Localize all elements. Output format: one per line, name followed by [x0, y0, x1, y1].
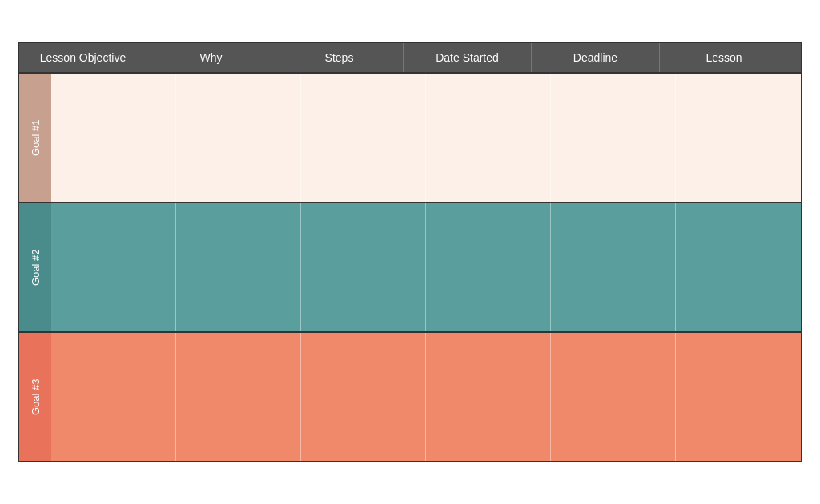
header-deadline: Deadline [532, 43, 660, 72]
goal2-row: Goal #2 [19, 202, 801, 331]
goal3-label: Goal #3 [19, 333, 51, 461]
goal2-label: Goal #2 [19, 203, 51, 331]
goal2-lesson-cell[interactable] [676, 203, 801, 331]
goal3-row: Goal #3 [19, 331, 801, 461]
goal3-steps-cell[interactable] [301, 333, 426, 461]
goal3-deadline-cell[interactable] [551, 333, 676, 461]
goal3-lesson-cell[interactable] [676, 333, 801, 461]
goal3-date-started-cell[interactable] [426, 333, 551, 461]
goal1-row: Goal #1 [19, 72, 801, 202]
goal1-steps-cell[interactable] [301, 74, 426, 202]
goal3-lesson-objective-cell[interactable] [51, 333, 176, 461]
goals-table: Lesson Objective Why Steps Date Started … [18, 42, 802, 462]
goal1-deadline-cell[interactable] [551, 74, 676, 202]
goal2-lesson-objective-cell[interactable] [51, 203, 176, 331]
goal3-cells [51, 333, 801, 461]
header-lesson-objective: Lesson Objective [19, 43, 147, 72]
goal2-deadline-cell[interactable] [551, 203, 676, 331]
goal1-lesson-objective-cell[interactable] [51, 74, 176, 202]
header-date-started: Date Started [404, 43, 532, 72]
goal1-why-cell[interactable] [176, 74, 301, 202]
goal2-why-cell[interactable] [176, 203, 301, 331]
goal3-why-cell[interactable] [176, 333, 301, 461]
goal1-date-started-cell[interactable] [426, 74, 551, 202]
table-header: Lesson Objective Why Steps Date Started … [19, 43, 801, 72]
header-steps: Steps [275, 43, 404, 72]
goal1-lesson-cell[interactable] [676, 74, 801, 202]
header-lesson: Lesson [660, 43, 788, 72]
goal2-date-started-cell[interactable] [426, 203, 551, 331]
goal2-steps-cell[interactable] [301, 203, 426, 331]
goal2-cells [51, 203, 801, 331]
goal1-label: Goal #1 [19, 74, 51, 202]
header-why: Why [147, 43, 275, 72]
goal1-cells [51, 74, 801, 202]
